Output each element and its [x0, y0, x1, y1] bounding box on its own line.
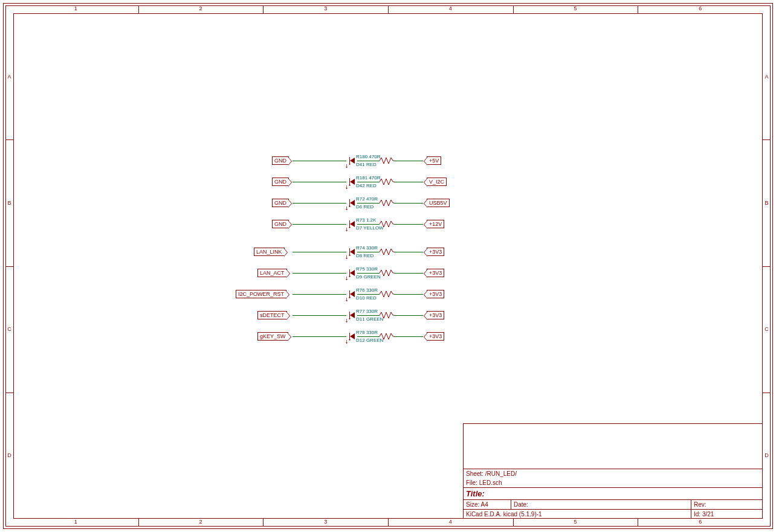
wire	[357, 336, 380, 337]
wire	[357, 203, 380, 204]
led-ref: D6 RED	[356, 204, 373, 210]
net-label-right: USB5V	[427, 199, 450, 207]
wire	[293, 315, 346, 316]
ruler-col-label: 6	[697, 5, 703, 13]
date-label: Date:	[514, 501, 528, 508]
wire	[394, 224, 423, 225]
ruler-col-label: 6	[697, 519, 703, 527]
wire	[357, 294, 380, 295]
resistor-ref: R180 470R	[356, 154, 380, 159]
net-label-left: I2C_POWER_RST	[236, 290, 286, 298]
ruler-col-label: 5	[572, 519, 578, 527]
ruler-row-label: A	[763, 74, 771, 80]
file-label: File: LED.sch	[466, 479, 502, 486]
wire	[357, 252, 380, 252]
ruler-row-label: B	[5, 200, 13, 206]
title-label: Title:	[466, 489, 485, 498]
ruler-row-label: C	[5, 326, 13, 332]
wire	[394, 252, 423, 252]
wire	[293, 336, 346, 337]
net-label-right: +5V	[427, 156, 441, 165]
ruler-col-label: 4	[447, 5, 453, 13]
ruler-col-label: 2	[198, 519, 204, 527]
wire	[357, 182, 380, 182]
wire	[293, 182, 346, 182]
led-ref: D10 RED	[356, 295, 377, 301]
id-label: Id: 3/21	[694, 511, 714, 518]
net-label-right: V_I2C	[427, 178, 447, 186]
sheet-label: Sheet: /RUN_LED/	[466, 470, 517, 477]
net-label-right: +3V3	[427, 332, 444, 341]
kicad-label: KiCad E.D.A. kicad (5.1.9)-1	[466, 511, 542, 518]
wire	[357, 224, 380, 225]
resistor-symbol	[380, 270, 394, 276]
ruler-col-label: 4	[447, 519, 453, 527]
net-label-left: gKEY_SW	[257, 332, 288, 341]
resistor-symbol	[380, 291, 394, 297]
wire	[293, 294, 346, 295]
net-label-left: GND	[272, 156, 289, 165]
wire	[394, 182, 423, 182]
resistor-ref: R76 330R	[356, 287, 378, 293]
led-ref: D9 GREEN	[356, 274, 381, 280]
ruler-col-label: 5	[572, 5, 578, 13]
net-label-right: +3V3	[427, 311, 444, 319]
resistor-ref: R72 470R	[356, 196, 378, 202]
size-label: Size: A4	[466, 501, 488, 508]
net-label-right: +12V	[427, 220, 444, 228]
resistor-symbol	[380, 200, 394, 206]
rev-label: Rev:	[694, 501, 706, 508]
wire	[394, 336, 423, 337]
resistor-ref: R78 330R	[356, 330, 378, 335]
wire	[357, 315, 380, 316]
wire	[357, 161, 380, 161]
led-ref: D11 GREEN	[356, 316, 383, 322]
wire	[293, 203, 346, 204]
resistor-ref: R75 330R	[356, 266, 378, 272]
net-label-left: GND	[272, 220, 289, 228]
resistor-ref: R181 470R	[356, 175, 380, 181]
resistor-symbol	[380, 158, 394, 164]
ruler-row-label: D	[5, 452, 13, 458]
resistor-symbol	[380, 179, 394, 185]
net-label-right: +3V3	[427, 248, 444, 256]
wire	[293, 224, 346, 225]
resistor-ref: R73 1.2K	[356, 217, 376, 223]
wire	[293, 273, 346, 274]
led-ref: D8 RED	[356, 253, 373, 258]
ruler-row-label: D	[763, 452, 771, 458]
title-block: Sheet: /RUN_LED/ File: LED.sch Title: Si…	[463, 423, 763, 519]
wire	[293, 161, 346, 161]
wire	[394, 294, 423, 295]
led-ref: D12 GREEN	[356, 338, 383, 343]
ruler-col-label: 2	[198, 5, 204, 13]
resistor-ref: R74 330R	[356, 245, 378, 251]
ruler-row-label: C	[763, 326, 771, 332]
ruler-col-label: 3	[323, 5, 329, 13]
resistor-ref: R77 330R	[356, 309, 378, 314]
wire	[394, 273, 423, 274]
ruler-row-label: A	[5, 74, 13, 80]
wire	[394, 161, 423, 161]
resistor-symbol	[380, 249, 394, 255]
net-label-left: LAN_LINK	[254, 248, 285, 256]
wire	[357, 273, 380, 274]
ruler-col-label: 1	[73, 519, 79, 527]
wire	[293, 252, 346, 252]
net-label-right: +3V3	[427, 269, 444, 277]
net-label-left: sDETECT	[257, 311, 287, 319]
net-label-right: +3V3	[427, 290, 444, 298]
led-ref: D7 YELLOW	[356, 225, 384, 231]
net-label-left: GND	[272, 178, 289, 186]
net-label-left: LAN_ACT	[257, 269, 287, 277]
wire	[394, 203, 423, 204]
led-ref: D41 RED	[356, 162, 377, 167]
net-label-left: GND	[272, 199, 289, 207]
ruler-row-label: B	[763, 200, 771, 206]
led-ref: D42 RED	[356, 183, 377, 188]
wire	[394, 315, 423, 316]
ruler-col-label: 1	[73, 5, 79, 13]
ruler-col-label: 3	[323, 519, 329, 527]
